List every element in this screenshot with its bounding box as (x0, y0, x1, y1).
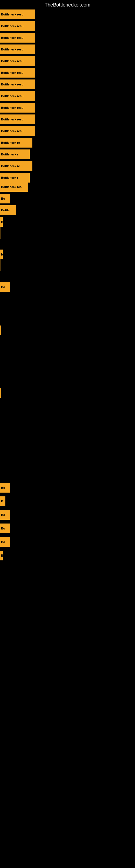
bottleneck-label: B (1, 220, 3, 223)
bottleneck-bar: Bottleneck resu (0, 91, 35, 101)
bottleneck-bar: Bo (0, 194, 10, 204)
bottleneck-label: Bottle (1, 209, 9, 212)
bottleneck-bar: Bottleneck resu (0, 115, 35, 124)
bottleneck-bar: Bottleneck resu (0, 9, 35, 19)
bottleneck-bar: Bo (0, 483, 10, 493)
vertical-line (1, 326, 1, 334)
bottleneck-label: Bottleneck resu (1, 94, 24, 98)
bottleneck-bar: B (0, 551, 3, 560)
bottleneck-label: Bottleneck resu (1, 13, 24, 16)
bottleneck-bar: Bottleneck resu (0, 56, 35, 66)
bottleneck-bar: Bottleneck resu (0, 44, 35, 54)
bottleneck-bar: Bottleneck r (0, 173, 30, 183)
bottleneck-bar: Bottle (0, 205, 16, 215)
bottleneck-label: Bo (1, 285, 5, 289)
vertical-line (1, 388, 1, 396)
bottleneck-label: Bottleneck resu (1, 24, 24, 28)
vertical-line (1, 217, 1, 239)
bottleneck-bar: B (0, 496, 5, 506)
bottleneck-label: B (1, 554, 3, 557)
bottleneck-label: Bo (1, 540, 5, 544)
bottleneck-label: Bottleneck resu (1, 118, 24, 121)
bottleneck-label: Bottleneck res (1, 185, 21, 188)
bottleneck-label: Bottleneck r (1, 153, 18, 156)
bottleneck-label: Bottleneck resu (1, 48, 24, 51)
bottleneck-bar: Bottleneck re (0, 161, 32, 171)
bottleneck-label: b (1, 253, 3, 256)
bottleneck-bar: Bottleneck re (0, 138, 32, 148)
bottleneck-label: Bottleneck resu (1, 83, 24, 86)
bottleneck-label: Bottleneck re (1, 141, 20, 144)
bottleneck-bar: Bottleneck resu (0, 68, 35, 78)
bottleneck-bar: Bottleneck resu (0, 21, 35, 31)
bottleneck-label: B (1, 500, 3, 503)
bottleneck-label: Bo (1, 197, 5, 200)
bottleneck-label: Bottleneck resu (1, 59, 24, 63)
vertical-line (1, 250, 1, 271)
bottleneck-bar: Bottleneck resu (0, 103, 35, 113)
bottleneck-label: Bo (1, 527, 5, 530)
bottleneck-label: Bottleneck r (1, 176, 18, 179)
bottleneck-label: Bottleneck resu (1, 71, 24, 74)
bottleneck-bar: Bo (0, 510, 10, 520)
bottleneck-label: Bottleneck resu (1, 36, 24, 39)
bottleneck-label: Bottleneck resu (1, 129, 24, 133)
bottleneck-label: Bottleneck re (1, 164, 20, 167)
bottleneck-bar: Bo (0, 524, 10, 533)
bottleneck-bar: Bottleneck r (0, 150, 30, 159)
bottleneck-bar: Bottleneck res (0, 182, 28, 192)
bottleneck-bar: Bottleneck resu (0, 33, 35, 42)
bottleneck-label: Bottleneck resu (1, 106, 24, 109)
bottleneck-bar: Bo (0, 537, 10, 547)
bottleneck-label: Bo (1, 513, 5, 517)
site-title: TheBottlenecker.com (0, 0, 135, 10)
bottleneck-label: Bo (1, 486, 5, 489)
bottleneck-bar: Bo (0, 282, 10, 292)
bottleneck-bar: Bottleneck resu (0, 126, 35, 136)
bottleneck-bar: Bottleneck resu (0, 80, 35, 89)
